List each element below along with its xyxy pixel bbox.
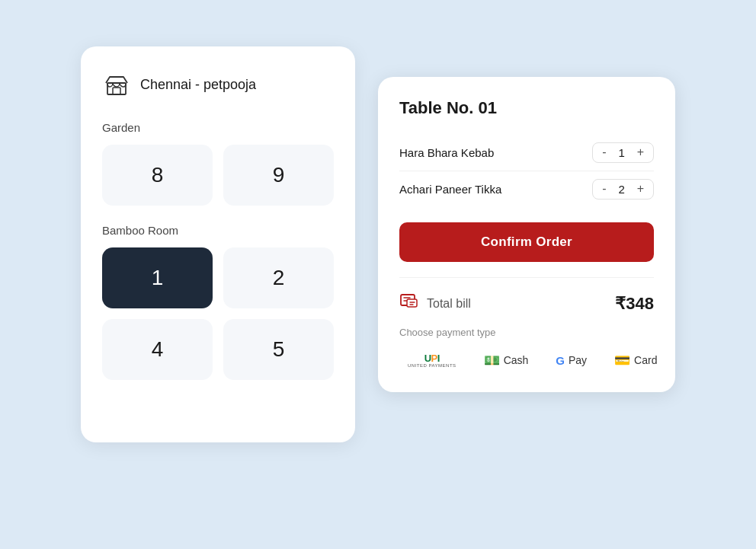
order-item-2: Achari Paneer Tikka - 2 +	[399, 171, 654, 207]
garden-section-label: Garden	[102, 121, 334, 134]
cash-icon: 💵	[484, 353, 500, 369]
table-btn-4[interactable]: 4	[102, 319, 213, 380]
gpay-label: Pay	[569, 354, 587, 366]
qty-decrease-2[interactable]: -	[601, 183, 607, 195]
bamboo-section-label: Bamboo Room	[102, 224, 334, 237]
main-container: Chennai - petpooja Garden 8 9 Bamboo Roo…	[81, 46, 675, 503]
qty-value-1: 1	[616, 146, 628, 159]
upi-logo-icon: UPI UNITED PAYMENTS	[408, 353, 456, 368]
payment-section: Choose payment type UPI UNITED PAYMENTS …	[399, 327, 654, 374]
card-icon: 💳	[614, 353, 630, 369]
order-items: Hara Bhara Kebab - 1 + Achari Paneer Tik…	[399, 135, 654, 207]
table-title: Table No. 01	[399, 98, 654, 118]
svg-rect-3	[407, 299, 417, 307]
qty-control-2: - 2 +	[592, 179, 654, 199]
payment-method-cash[interactable]: 💵 Cash	[476, 347, 537, 374]
table-btn-5[interactable]: 5	[223, 319, 334, 380]
table-btn-8[interactable]: 8	[102, 145, 213, 206]
item-name-1: Hara Bhara Kebab	[399, 146, 494, 159]
payment-method-gpay[interactable]: G Pay	[547, 349, 595, 372]
payment-methods: UPI UNITED PAYMENTS 💵 Cash G Pay	[399, 347, 654, 374]
bill-row: Total bill ₹348	[399, 293, 654, 314]
cash-label: Cash	[504, 354, 529, 366]
bill-icon	[399, 293, 419, 314]
qty-control-1: - 1 +	[592, 142, 654, 163]
table-btn-2[interactable]: 2	[223, 247, 334, 308]
table-btn-9[interactable]: 9	[223, 145, 334, 206]
garden-table-grid: 8 9	[102, 145, 334, 206]
store-name: Chennai - petpooja	[140, 77, 256, 93]
right-card: Table No. 01 Hara Bhara Kebab - 1 + Acha…	[378, 77, 675, 392]
item-name-2: Achari Paneer Tikka	[399, 183, 501, 196]
qty-value-2: 2	[616, 183, 628, 196]
qty-decrease-1[interactable]: -	[601, 146, 607, 158]
bamboo-table-grid: 1 2 4 5	[102, 247, 334, 380]
qty-increase-1[interactable]: +	[636, 146, 645, 158]
payment-method-upi[interactable]: UPI UNITED PAYMENTS	[399, 348, 465, 373]
payment-section-label: Choose payment type	[399, 327, 654, 338]
gpay-icon: G	[556, 354, 565, 367]
qty-increase-2[interactable]: +	[636, 183, 645, 195]
table-btn-1[interactable]: 1	[102, 247, 213, 308]
bill-label: Total bill	[427, 297, 607, 311]
payment-method-card[interactable]: 💳 Card	[606, 347, 665, 374]
svg-rect-1	[113, 88, 120, 94]
divider	[399, 277, 654, 278]
store-header: Chennai - petpooja	[102, 71, 334, 100]
bill-amount: ₹348	[615, 294, 654, 314]
order-item-1: Hara Bhara Kebab - 1 +	[399, 135, 654, 171]
left-card: Chennai - petpooja Garden 8 9 Bamboo Roo…	[81, 46, 355, 442]
confirm-order-button[interactable]: Confirm Order	[399, 222, 654, 262]
card-label: Card	[634, 354, 657, 366]
store-icon	[102, 71, 131, 100]
svg-rect-0	[107, 83, 126, 94]
